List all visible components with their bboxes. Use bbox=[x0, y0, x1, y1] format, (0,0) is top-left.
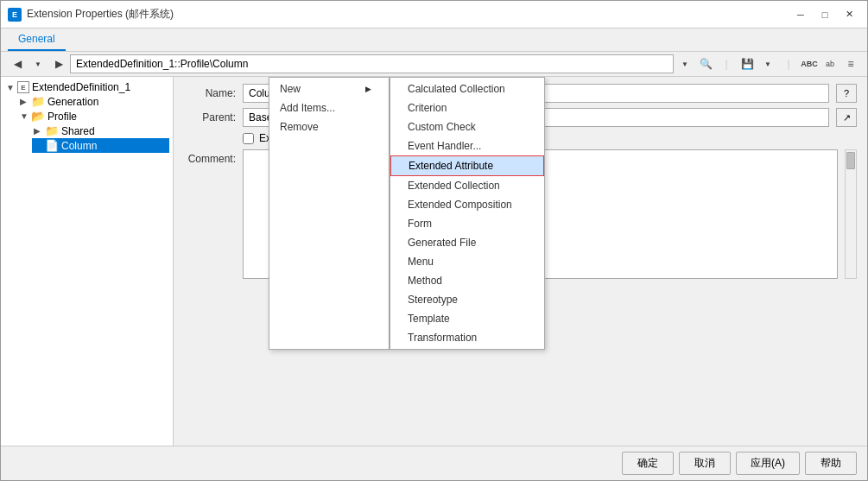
separator2: | bbox=[779, 54, 798, 73]
tree-item-column[interactable]: 📄 Column bbox=[32, 138, 169, 153]
menu-item-add-items[interactable]: Add Items... bbox=[269, 98, 389, 117]
title-bar-controls: ─ □ ✕ bbox=[789, 6, 860, 23]
chevron-icon: ▶ bbox=[365, 85, 371, 93]
submenu-item-form[interactable]: Form bbox=[390, 214, 544, 233]
tree-label: ExtendedDefinition_1 bbox=[32, 81, 130, 93]
search-button[interactable]: 🔍 bbox=[696, 54, 715, 73]
menu-button[interactable]: ≡ bbox=[841, 54, 860, 73]
parent-label: Parent: bbox=[184, 111, 236, 123]
root-icon: E bbox=[17, 81, 29, 93]
submenu-item-extended-attribute[interactable]: Extended Attribute bbox=[390, 155, 544, 176]
main-window: E Extension Properties (邮件系统) ─ □ ✕ Gene… bbox=[0, 0, 868, 481]
folder-icon-shared: 📁 bbox=[45, 124, 59, 137]
maximize-button[interactable]: □ bbox=[814, 6, 836, 23]
folder-icon-profile: 📂 bbox=[31, 110, 45, 123]
submenu-item-generated-file[interactable]: Generated File bbox=[390, 233, 544, 252]
exclude-checkbox[interactable] bbox=[243, 133, 254, 144]
tree-panel: ▼ E ExtendedDefinition_1 ▶ 📁 Generation … bbox=[1, 77, 174, 446]
tree-label-generation: Generation bbox=[48, 96, 98, 108]
title-bar-left: E Extension Properties (邮件系统) bbox=[8, 7, 174, 22]
submenu-item-extended-collection[interactable]: Extended Collection bbox=[390, 176, 544, 195]
menu-item-new[interactable]: New ▶ bbox=[269, 79, 389, 98]
title-bar: E Extension Properties (邮件系统) ─ □ ✕ bbox=[1, 1, 867, 28]
tree-item-shared[interactable]: ▶ 📁 Shared bbox=[32, 123, 169, 138]
tree-item-profile[interactable]: ▼ 📂 Profile bbox=[18, 109, 169, 123]
name-info-button[interactable]: ? bbox=[836, 84, 857, 103]
apply-button[interactable]: 应用(A) bbox=[736, 452, 800, 475]
window-title: Extension Properties (邮件系统) bbox=[27, 7, 174, 22]
scrollbar[interactable] bbox=[845, 149, 857, 279]
tree-label-profile: Profile bbox=[48, 111, 77, 123]
spellcheck-button[interactable]: ABC bbox=[800, 54, 819, 73]
toolbar: ◀ ▼ ▶ ▼ 🔍 | 💾 ▼ | ABC ab ≡ bbox=[1, 52, 867, 77]
path-input[interactable] bbox=[70, 54, 674, 73]
name-label: Name: bbox=[184, 87, 236, 99]
submenu-item-event-handler[interactable]: Event Handler... bbox=[390, 136, 544, 155]
dropdown-path-btn[interactable]: ▼ bbox=[675, 54, 694, 73]
submenu-item-stereotype[interactable]: Stereotype bbox=[390, 290, 544, 309]
scroll-thumb bbox=[846, 152, 855, 169]
save-dropdown[interactable]: ▼ bbox=[758, 54, 777, 73]
tree-item-generation[interactable]: ▶ 📁 Generation bbox=[18, 94, 169, 109]
submenu-item-menu[interactable]: Menu bbox=[390, 252, 544, 271]
app-icon: E bbox=[8, 8, 22, 22]
dropdown-btn[interactable]: ▼ bbox=[29, 54, 48, 73]
expand-icon-profile: ▼ bbox=[20, 111, 29, 121]
forward-button[interactable]: ▶ bbox=[49, 54, 68, 73]
context-menu-container: New ▶ Add Items... Remove Calculated Col… bbox=[269, 77, 545, 350]
tree-label-column: Column bbox=[61, 140, 97, 152]
submenu-item-custom-check[interactable]: Custom Check bbox=[390, 117, 544, 136]
context-menu: New ▶ Add Items... Remove bbox=[269, 77, 390, 350]
back-button[interactable]: ◀ bbox=[8, 54, 27, 73]
submenu-item-criterion[interactable]: Criterion bbox=[390, 98, 544, 117]
parent-nav-button[interactable]: ↗ bbox=[836, 108, 857, 127]
submenu: Calculated Collection Criterion Custom C… bbox=[390, 77, 545, 350]
tab-bar: General bbox=[1, 28, 867, 52]
footer: 确定 取消 应用(A) 帮助 bbox=[1, 446, 867, 480]
comment-label: Comment: bbox=[184, 153, 236, 165]
toolbar-right: 🔍 | 💾 ▼ | ABC ab ≡ bbox=[696, 54, 860, 73]
submenu-item-calculated-collection[interactable]: Calculated Collection bbox=[390, 79, 544, 98]
expand-icon-shared: ▶ bbox=[34, 126, 42, 136]
expand-icon-gen: ▶ bbox=[20, 97, 29, 106]
confirm-button[interactable]: 确定 bbox=[622, 452, 674, 475]
ab-button[interactable]: ab bbox=[820, 54, 839, 73]
minimize-button[interactable]: ─ bbox=[789, 6, 812, 23]
tab-general[interactable]: General bbox=[8, 28, 66, 51]
close-button[interactable]: ✕ bbox=[838, 6, 860, 23]
submenu-item-transformation[interactable]: Transformation bbox=[390, 328, 544, 347]
save-button[interactable]: 💾 bbox=[738, 54, 757, 73]
main-content: ▼ E ExtendedDefinition_1 ▶ 📁 Generation … bbox=[1, 77, 867, 446]
tree-label-shared: Shared bbox=[61, 125, 95, 137]
separator1: | bbox=[717, 54, 736, 73]
right-panel: Name: ? Parent: ↗ Exclude Comment: bbox=[174, 77, 867, 446]
folder-icon-gen: 📁 bbox=[31, 95, 45, 108]
tree-item-extendeddefinition[interactable]: ▼ E ExtendedDefinition_1 bbox=[4, 80, 169, 94]
submenu-item-method[interactable]: Method bbox=[390, 271, 544, 290]
submenu-item-template[interactable]: Template bbox=[390, 309, 544, 328]
help-button[interactable]: 帮助 bbox=[805, 452, 857, 475]
menu-item-remove[interactable]: Remove bbox=[269, 117, 389, 136]
expand-icon: ▼ bbox=[6, 83, 15, 92]
submenu-item-extended-composition[interactable]: Extended Composition bbox=[390, 195, 544, 214]
file-icon-column: 📄 bbox=[45, 139, 59, 152]
cancel-button[interactable]: 取消 bbox=[679, 452, 731, 475]
